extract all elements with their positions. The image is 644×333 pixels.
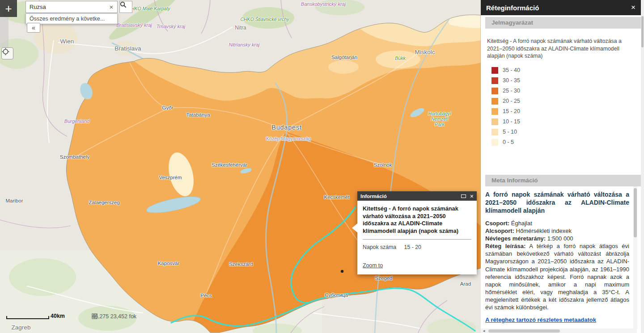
meta-field: Alcsoport: Hőmérsékleti indexek — [485, 227, 629, 235]
meta-section: Meta Információ A forró napok számának v… — [481, 175, 641, 333]
meta-content: A forró napok számának várható változása… — [481, 186, 641, 329]
legend-swatch — [491, 77, 498, 84]
legend-swatch — [491, 129, 498, 135]
search-clear-icon[interactable]: × — [108, 3, 115, 11]
metadata-link[interactable]: A réteghez tartozó részletes metaadatok — [485, 316, 596, 323]
legend-label: 5 - 10 — [503, 129, 517, 135]
popup-field-value: 15 - 20 — [404, 244, 421, 250]
layer-info-panel: Réteginformáció × Jelmagyarázat Kitettsé… — [481, 0, 641, 333]
scroll-left-arrow-icon[interactable]: ◄ — [481, 329, 486, 333]
meta-field: Csoport: Éghajlat — [485, 219, 629, 227]
legend-item: 35 - 40 — [491, 67, 641, 74]
meta-horizontal-scrollbar-thumb[interactable] — [488, 329, 560, 333]
meta-title: A forró napok számának várható változása… — [485, 190, 629, 215]
legend-label: 35 - 40 — [503, 67, 520, 73]
search-result-marker[interactable] — [341, 270, 343, 273]
legend-swatch — [491, 108, 498, 115]
legend-label: 10 - 15 — [503, 118, 520, 125]
legend-item: 0 - 5 — [491, 139, 641, 146]
meta-field: Névleges méretarány: 1:500 000 — [485, 235, 629, 242]
page-scrollbar-thumb[interactable] — [641, 16, 644, 47]
scale-bar — [6, 316, 49, 319]
search-icon — [120, 1, 127, 8]
legend-item: 15 - 20 — [491, 108, 641, 115]
popup-body: Kitettség - A forró napok számának várha… — [357, 201, 477, 274]
geolocate-button[interactable] — [1, 47, 13, 59]
zoom-in-button[interactable]: + — [0, 0, 17, 17]
legend-label: 20 - 25 — [503, 98, 520, 104]
popup-arrow — [352, 223, 357, 232]
legend-items: 35 - 4030 - 3525 - 3020 - 2515 - 2010 - … — [491, 67, 641, 146]
legend-swatch — [491, 98, 498, 105]
meta-vertical-scrollbar — [633, 186, 637, 329]
legend-label: 25 - 30 — [503, 88, 520, 94]
popup-attribute-row: Napok száma 15 - 20 — [363, 244, 471, 250]
meta-field: Réteg leírása: A térkép a forró napok át… — [485, 242, 629, 311]
legend-swatch — [491, 118, 498, 125]
page-scrollbar — [641, 0, 644, 333]
legend-section-header: Jelmagyarázat — [485, 17, 641, 29]
search-input[interactable] — [26, 1, 117, 13]
popup-close-icon[interactable]: × — [470, 193, 474, 199]
zoom-slider[interactable] — [0, 17, 8, 47]
geolocate-icon — [2, 48, 9, 55]
info-popup: Információ × Kitettség - A forró napok s… — [357, 191, 477, 274]
legend-layer-title: Kitettség - A forró napok számának várha… — [487, 38, 623, 60]
meta-vertical-scrollbar-thumb[interactable] — [634, 188, 637, 237]
search-button[interactable] — [119, 1, 132, 13]
legend-item: 30 - 35 — [491, 77, 641, 84]
legend-label: 15 - 20 — [503, 108, 520, 114]
legend-swatch — [491, 139, 498, 146]
collapse-search-button[interactable]: « — [27, 23, 40, 33]
popup-title: Információ — [360, 194, 461, 199]
legend-item: 25 - 30 — [491, 88, 641, 94]
popup-field-label: Napok száma — [363, 244, 396, 250]
panel-title: Réteginformáció — [486, 4, 631, 12]
coordinate-readout: 46,275 23,452 fok — [92, 313, 136, 320]
zoom-to-link[interactable]: Zoom to — [363, 262, 383, 269]
coordinate-grid-icon — [92, 313, 97, 319]
popup-heading: Kitettség - A forró napok számának várha… — [363, 205, 471, 240]
map-graphics — [0, 0, 481, 333]
scale-label: 40km — [51, 313, 65, 319]
legend-label: 30 - 35 — [503, 77, 520, 84]
legend-label: 0 - 5 — [503, 139, 514, 145]
meta-horizontal-scrollbar: ◄ — [481, 329, 637, 333]
panel-close-icon[interactable]: × — [631, 3, 636, 12]
map-canvas[interactable]: WienBratislavaNitraBratislavský krajTrna… — [0, 0, 481, 333]
legend-item: 5 - 10 — [491, 129, 641, 135]
legend-swatch — [491, 67, 498, 74]
meta-fields: Csoport: ÉghajlatAlcsoport: Hőmérsékleti… — [485, 219, 629, 312]
legend-section: Jelmagyarázat Kitettség - A forró napok … — [481, 17, 641, 149]
legend-swatch — [491, 88, 498, 94]
popup-titlebar: Információ × — [357, 191, 477, 201]
coordinate-value: 46,275 23,452 fok — [92, 313, 136, 320]
legend-item: 10 - 15 — [491, 118, 641, 125]
meta-section-header: Meta Információ — [485, 175, 641, 186]
popup-maximize-icon[interactable] — [461, 194, 466, 198]
legend-item: 20 - 25 — [491, 98, 641, 105]
panel-header: Réteginformáció × — [481, 0, 641, 15]
search-box[interactable]: × — [25, 1, 118, 13]
